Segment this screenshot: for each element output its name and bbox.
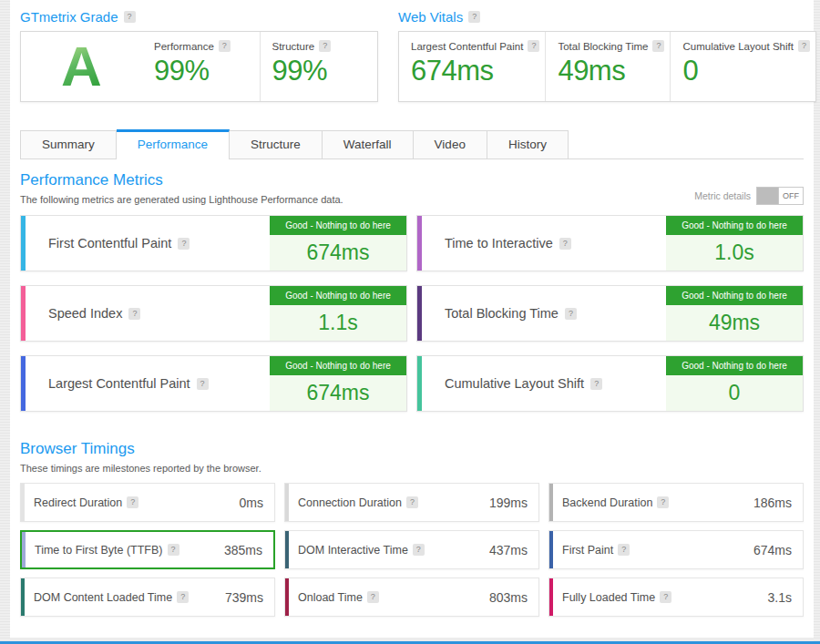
left-gutter — [0, 0, 10, 644]
score-label-text: Total Blocking Time — [558, 41, 648, 52]
help-icon[interactable] — [197, 378, 209, 390]
timing-card: Redirect Duration 0ms — [20, 483, 275, 522]
status-badge: Good - Nothing to do here — [270, 356, 406, 375]
help-icon[interactable] — [528, 40, 539, 52]
performance-metric-card: Cumulative Layout Shift Good - Nothing t… — [416, 355, 804, 412]
toggle-knob-icon — [757, 188, 779, 204]
timing-value: 199ms — [489, 496, 538, 510]
score-cell-label: Cumulative Layout Shift — [682, 40, 809, 52]
timing-card: First Paint 674ms — [548, 530, 804, 569]
score-value: 49ms — [558, 55, 664, 87]
metric-label-text: Total Blocking Time — [445, 306, 559, 321]
timing-label: DOM Interactive Time — [289, 544, 425, 557]
timing-label: Connection Duration — [289, 496, 418, 509]
status-badge: Good - Nothing to do here — [270, 286, 406, 305]
score-label-text: Cumulative Layout Shift — [682, 41, 793, 52]
help-icon[interactable] — [177, 591, 189, 603]
metric-label-text: Largest Contentful Paint — [48, 376, 190, 391]
metric-value: 1.0s — [666, 235, 803, 271]
score-cell-label: Performance — [154, 40, 254, 52]
score-cell-label: Structure — [272, 40, 373, 52]
score-label-text: Largest Contentful Paint — [411, 41, 523, 52]
metric-details-toggle-wrap: Metric details OFF — [694, 187, 804, 205]
tab-label: Video — [435, 138, 466, 151]
help-icon[interactable] — [652, 40, 664, 52]
score-cell: Performance 99% — [142, 32, 260, 101]
help-icon[interactable] — [413, 544, 425, 556]
grade-letter-cell: A — [21, 32, 142, 101]
timing-value: 0ms — [240, 496, 274, 510]
score-cell-label: Largest Contentful Paint — [411, 40, 539, 52]
help-icon[interactable] — [168, 544, 179, 556]
tab-summary[interactable]: Summary — [20, 130, 117, 158]
timing-label: Fully Loaded Time — [553, 591, 671, 604]
timing-label: Redirect Duration — [25, 496, 138, 509]
gtmetrix-report: GTmetrix Grade A Performance 99% Structu… — [10, 0, 814, 638]
help-icon[interactable] — [590, 378, 602, 390]
timing-label-text: First Paint — [562, 544, 613, 557]
metric-label: Largest Contentful Paint — [26, 356, 270, 411]
tab-waterfall[interactable]: Waterfall — [323, 130, 414, 158]
timing-label-text: Fully Loaded Time — [562, 591, 655, 604]
score-cell: Cumulative Layout Shift 0 — [670, 32, 815, 101]
grade-title-text: GTmetrix Grade — [20, 9, 118, 25]
metric-label: Cumulative Layout Shift — [422, 356, 666, 411]
metric-label: Speed Index — [26, 286, 270, 341]
metric-details-toggle[interactable]: OFF — [756, 187, 804, 205]
help-icon[interactable] — [565, 308, 577, 320]
timing-label: Backend Duration — [553, 496, 669, 509]
status-badge: Good - Nothing to do here — [666, 216, 803, 235]
timing-label-text: DOM Interactive Time — [298, 544, 408, 557]
performance-metrics-header: Performance Metrics The following metric… — [20, 171, 804, 205]
help-icon[interactable] — [319, 40, 331, 52]
vitals-box: Largest Contentful Paint 674ms Total Blo… — [398, 31, 816, 102]
help-icon[interactable] — [124, 11, 136, 23]
timing-value: 803ms — [489, 590, 538, 605]
metric-details-label: Metric details — [694, 190, 751, 201]
performance-metric-card: Total Blocking Time Good - Nothing to do… — [416, 285, 804, 342]
grade-score-cells: Performance 99% Structure 99% — [142, 32, 377, 101]
help-icon[interactable] — [178, 238, 190, 250]
timing-card: Backend Duration 186ms — [548, 483, 804, 522]
metric-value: 0 — [666, 375, 803, 411]
help-icon[interactable] — [406, 496, 418, 508]
metric-value: 674ms — [270, 235, 406, 271]
score-cell: Largest Contentful Paint 674ms — [399, 32, 545, 101]
performance-metrics-title: Performance Metrics — [20, 171, 694, 189]
help-icon[interactable] — [798, 40, 810, 52]
tab-label: History — [508, 138, 547, 151]
tab-label: Summary — [42, 138, 95, 151]
metric-label-text: Speed Index — [48, 306, 122, 321]
help-icon[interactable] — [468, 11, 480, 23]
tab-label: Waterfall — [343, 138, 392, 151]
timing-label: First Paint — [553, 544, 630, 557]
performance-metrics-subtitle: The following metrics are generated usin… — [20, 194, 694, 205]
help-icon[interactable] — [127, 496, 138, 508]
gtmetrix-grade-section: GTmetrix Grade A Performance 99% Structu… — [20, 7, 378, 102]
metric-label-text: Cumulative Layout Shift — [445, 376, 584, 391]
score-cell: Total Blocking Time 49ms — [545, 32, 670, 101]
help-icon[interactable] — [367, 591, 379, 603]
tab-performance[interactable]: Performance — [117, 129, 230, 159]
metric-result: Good - Nothing to do here 674ms — [270, 216, 406, 271]
metric-result: Good - Nothing to do here 1.0s — [666, 216, 803, 271]
score-value: 99% — [272, 55, 373, 87]
timing-value: 3.1s — [768, 590, 803, 605]
help-icon[interactable] — [660, 591, 671, 603]
help-icon[interactable] — [657, 496, 669, 508]
tab-video[interactable]: Video — [414, 130, 487, 158]
grade-section-title: GTmetrix Grade — [20, 9, 378, 25]
tab-structure[interactable]: Structure — [230, 130, 323, 158]
metric-label: Time to Interactive — [422, 216, 666, 271]
vitals-title-text: Web Vitals — [398, 9, 463, 25]
tab-bar: Summary Performance Structure Waterfall … — [20, 129, 804, 159]
help-icon[interactable] — [128, 308, 140, 320]
metric-label: Total Blocking Time — [422, 286, 666, 341]
status-badge: Good - Nothing to do here — [666, 356, 803, 375]
help-icon[interactable] — [559, 238, 571, 250]
help-icon[interactable] — [618, 544, 630, 556]
performance-metric-card: First Contentful Paint Good - Nothing to… — [20, 215, 407, 271]
grade-box: A Performance 99% Structure 99% — [20, 31, 378, 102]
help-icon[interactable] — [219, 40, 231, 52]
tab-history[interactable]: History — [487, 130, 569, 158]
